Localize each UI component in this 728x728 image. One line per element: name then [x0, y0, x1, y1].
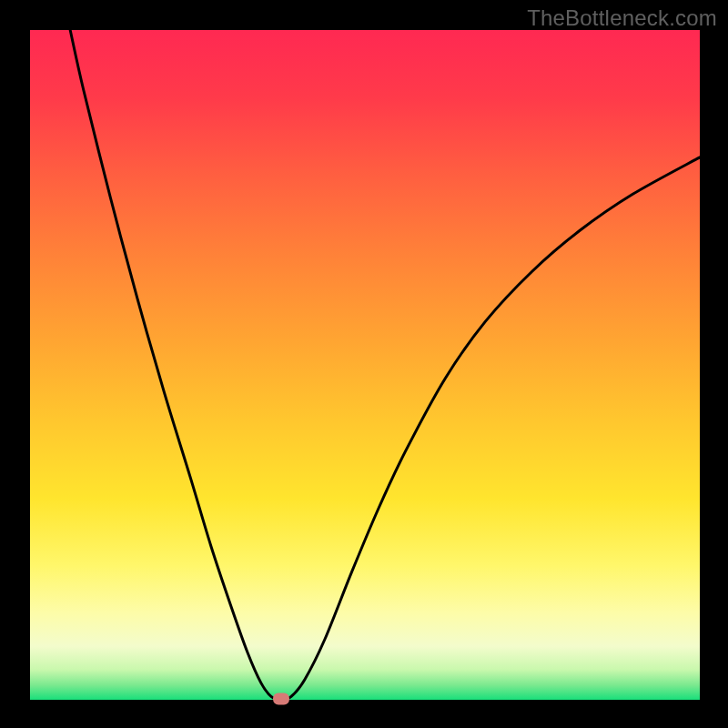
chart-frame: TheBottleneck.com: [0, 0, 728, 728]
optimal-marker: [273, 693, 289, 705]
bottleneck-chart: [0, 0, 728, 728]
watermark-text: TheBottleneck.com: [527, 5, 717, 31]
plot-background: [30, 30, 700, 700]
